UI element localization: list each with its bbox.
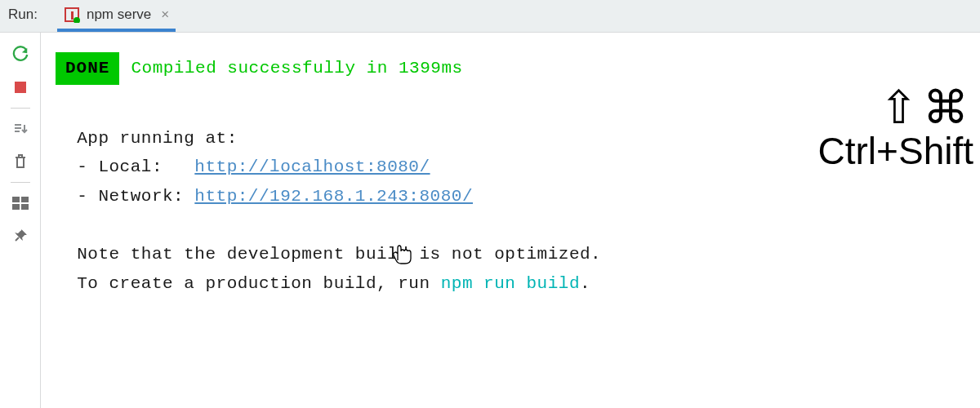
note-suffix: .	[580, 274, 590, 293]
build-command: npm run build	[441, 274, 580, 293]
note-line-1: Note that the development build is not o…	[56, 240, 965, 269]
run-sidebar	[0, 33, 41, 408]
stop-button[interactable]	[8, 75, 33, 100]
blank-line	[56, 211, 965, 241]
svg-rect-4	[12, 197, 20, 202]
close-tab-button[interactable]: ×	[161, 7, 169, 23]
done-badge: DONE	[56, 52, 119, 85]
done-status-line: DONE Compiled successfully in 1399ms	[56, 52, 965, 85]
network-url-link[interactable]: http://192.168.1.243:8080/	[194, 187, 473, 206]
compiled-message: Compiled successfully in 1399ms	[131, 54, 462, 83]
clear-all-button[interactable]	[8, 149, 33, 174]
run-config-tab[interactable]: npm serve ×	[57, 0, 176, 32]
layout-button[interactable]	[8, 191, 33, 215]
local-url-link[interactable]: http://localhost:8080/	[194, 157, 430, 176]
note-prefix: To create a production build, run	[56, 274, 441, 293]
sidebar-divider	[11, 182, 30, 183]
app-running-line: App running at:	[56, 124, 965, 153]
local-prefix: - Local:	[56, 157, 194, 176]
main-area: DONE Compiled successfully in 1399ms App…	[0, 33, 980, 408]
svg-rect-1	[71, 11, 74, 20]
svg-rect-3	[15, 82, 26, 93]
sidebar-divider	[11, 108, 30, 109]
scroll-to-end-button[interactable]	[8, 117, 33, 141]
svg-rect-7	[21, 204, 29, 210]
npm-icon	[64, 7, 80, 23]
network-url-line: - Network: http://192.168.1.243:8080/	[56, 182, 965, 211]
rerun-button[interactable]	[8, 42, 33, 67]
note-line-2: To create a production build, run npm ru…	[56, 269, 965, 299]
run-label: Run:	[8, 7, 38, 26]
network-prefix: - Network:	[56, 187, 194, 206]
svg-rect-5	[21, 197, 29, 202]
console-output[interactable]: DONE Compiled successfully in 1399ms App…	[41, 33, 980, 408]
pin-button[interactable]	[8, 224, 33, 248]
run-tool-header: Run: npm serve ×	[0, 0, 980, 33]
local-url-line: - Local: http://localhost:8080/	[56, 153, 965, 182]
svg-rect-6	[12, 204, 20, 210]
tab-title: npm serve	[87, 7, 151, 23]
